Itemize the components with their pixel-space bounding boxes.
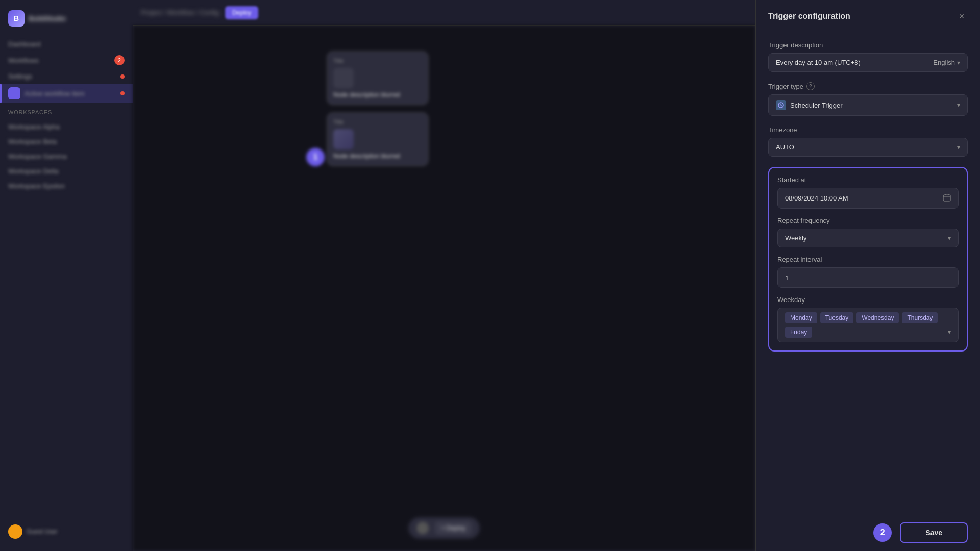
node-1-name: Node description blurred [333, 91, 422, 98]
close-button[interactable]: × [955, 10, 968, 22]
weekday-group: Weekday Monday Tuesday Wednesday Thursda… [777, 296, 959, 342]
timezone-group: Timezone AUTO ▾ [768, 126, 968, 157]
started-at-field[interactable] [785, 194, 871, 202]
deploy-button[interactable]: Deploy [225, 6, 258, 19]
user-avatar [8, 524, 22, 539]
sidebar-item-0[interactable]: Dashboard [0, 37, 133, 52]
user-name: Guest User [27, 528, 58, 535]
weekday-select[interactable]: Monday Tuesday Wednesday Thursday Friday… [777, 308, 959, 342]
toolbar-button[interactable]: + Deploy [435, 521, 472, 535]
canvas-toolbar: + Deploy [408, 517, 480, 539]
main-content: Project / Workflow / Config Deploy Title… [133, 0, 755, 551]
panel-footer: 2 Save [756, 514, 980, 551]
weekday-label: Weekday [777, 296, 959, 304]
timezone-select[interactable]: AUTO ▾ [768, 138, 968, 157]
sidebar-footer: Guest User [0, 518, 133, 545]
trigger-description-input[interactable]: Every day at 10 am (UTC+8) English ▾ [768, 53, 968, 72]
node-2-title: Title [333, 119, 422, 125]
canvas-badge-1: 1 [306, 148, 325, 166]
started-at-input[interactable] [777, 188, 959, 209]
timezone-label: Timezone [768, 126, 968, 134]
badge-1: 2 [114, 55, 125, 65]
started-at-group: Started at [777, 176, 959, 209]
trigger-description-label: Trigger description [768, 41, 968, 49]
breadcrumb: Project / Workflow / Config [141, 9, 219, 16]
lang-chevron-icon: ▾ [957, 59, 960, 66]
repeat-frequency-chevron-icon: ▾ [948, 235, 951, 242]
node-1-icon [333, 68, 354, 88]
right-panel: Trigger configuration × Trigger descript… [755, 0, 980, 551]
trigger-type-chevron-icon: ▾ [957, 102, 960, 109]
save-button[interactable]: Save [900, 522, 968, 543]
svg-rect-1 [943, 195, 950, 201]
node-1-title: Title [333, 58, 422, 64]
workflow-canvas[interactable]: Title Node description blurred Title Nod… [133, 26, 755, 551]
sidebar-item-active[interactable]: Active workflow item [0, 84, 133, 103]
sidebar: B BuildStudio Dashboard Workflows 2 Sett… [0, 0, 133, 551]
trigger-type-group: Trigger type ? Scheduler Trigger ▾ [768, 82, 968, 116]
weekday-monday[interactable]: Monday [785, 312, 817, 323]
panel-header: Trigger configuration × [756, 0, 980, 31]
sidebar-item-1[interactable]: Workflows 2 [0, 52, 133, 69]
sidebar-avatar [8, 87, 20, 99]
sidebar-workspace-3[interactable]: Workspace Delta [0, 164, 133, 179]
repeat-interval-label: Repeat interval [777, 256, 959, 263]
sidebar-header: B BuildStudio [0, 6, 133, 31]
sidebar-section-label: WORKSPACES [0, 107, 133, 117]
scheduler-icon [776, 100, 786, 110]
trigger-type-selected: Scheduler Trigger [776, 100, 843, 110]
repeat-frequency-select[interactable]: Weekly ▾ [777, 229, 959, 247]
repeat-interval-input[interactable] [777, 267, 959, 288]
main-header: Project / Workflow / Config Deploy [133, 0, 755, 26]
weekday-thursday[interactable]: Thursday [902, 312, 938, 323]
active-item-label: Active workflow item [24, 90, 85, 97]
sidebar-workspace-4[interactable]: Workspace Epsilon [0, 179, 133, 193]
panel-body: Trigger description Every day at 10 am (… [756, 31, 980, 514]
trigger-type-select[interactable]: Scheduler Trigger ▾ [768, 94, 968, 116]
node-card-1[interactable]: Title Node description blurred [327, 51, 429, 105]
app-logo[interactable]: B [8, 10, 24, 27]
app-name: BuildStudio [29, 15, 66, 22]
node-2-name: Node description blurred [333, 153, 422, 160]
panel-title: Trigger configuration [768, 12, 850, 21]
weekday-chevron-icon: ▾ [948, 329, 951, 336]
trigger-description-group: Trigger description Every day at 10 am (… [768, 41, 968, 72]
timezone-chevron-icon: ▾ [957, 144, 960, 151]
trigger-description-value: Every day at 10 am (UTC+8) [776, 59, 861, 66]
language-select[interactable]: English ▾ [933, 59, 960, 66]
info-icon[interactable]: ? [806, 82, 815, 90]
active-dot [120, 91, 125, 95]
toolbar-icon [416, 522, 429, 534]
weekday-friday[interactable]: Friday [785, 327, 812, 338]
started-at-label: Started at [777, 176, 959, 184]
weekday-tuesday[interactable]: Tuesday [820, 312, 854, 323]
weekday-wednesday[interactable]: Wednesday [856, 312, 899, 323]
node-2-icon [333, 129, 354, 149]
trigger-type-label: Trigger type ? [768, 82, 968, 90]
canvas-area: Title Node description blurred Title Nod… [133, 26, 755, 551]
sidebar-workspace-0[interactable]: Workspace Alpha [0, 119, 133, 134]
sidebar-workspace-1[interactable]: Workspace Beta [0, 134, 133, 149]
sidebar-workspace-2[interactable]: Workspace Gamma [0, 149, 133, 164]
repeat-interval-group: Repeat interval [777, 256, 959, 288]
repeat-interval-field[interactable] [785, 274, 951, 282]
repeat-frequency-group: Repeat frequency Weekly ▾ [777, 217, 959, 247]
highlight-section: Started at Repeat frequency [768, 167, 968, 352]
footer-badge-2: 2 [873, 523, 892, 542]
dot-badge-2 [120, 74, 125, 79]
calendar-icon[interactable] [943, 193, 951, 203]
sidebar-item-2[interactable]: Settings [0, 69, 133, 84]
node-card-2[interactable]: Title Node description blurred [327, 112, 429, 166]
active-indicator [0, 84, 2, 103]
repeat-frequency-label: Repeat frequency [777, 217, 959, 224]
